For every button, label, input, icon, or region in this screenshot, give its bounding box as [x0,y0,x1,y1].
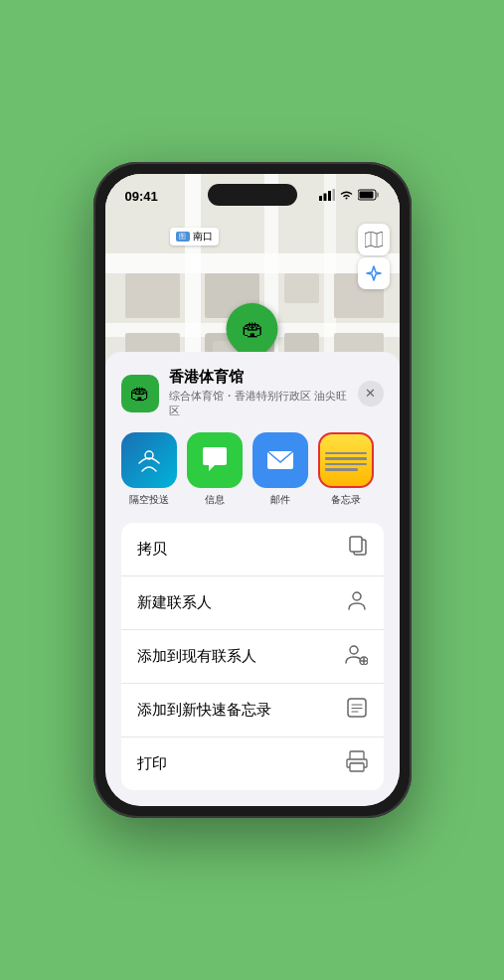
svg-rect-5 [359,192,373,199]
action-print-label: 打印 [137,754,167,773]
venue-name: 香港体育馆 [169,368,358,387]
phone-frame: 09:41 [93,162,412,818]
copy-icon [348,536,368,563]
close-button[interactable]: ✕ [358,381,384,407]
status-icons [319,189,380,203]
location-label-text: 南口 [193,230,213,244]
bottom-sheet: 🏟 香港体育馆 综合体育馆・香港特别行政区 油尖旺区 ✕ [105,352,400,806]
phone-screen: 09:41 [105,174,400,806]
svg-rect-40 [350,751,364,759]
svg-rect-2 [328,191,331,201]
venue-info: 香港体育馆 综合体育馆・香港特别行政区 油尖旺区 [169,368,358,418]
action-add-existing[interactable]: 添加到现有联系人 [121,630,384,684]
mail-icon-wrap [252,432,308,488]
new-contact-icon [346,589,368,616]
print-icon [346,750,368,777]
share-item-mail[interactable]: 邮件 [252,432,308,507]
airdrop-label: 隔空投送 [129,493,169,507]
location-label-icon: 图 [176,232,190,242]
messages-label: 信息 [205,493,225,507]
wifi-icon [339,189,354,203]
action-new-contact[interactable]: 新建联系人 [121,576,384,630]
status-time: 09:41 [125,189,158,204]
dynamic-island [208,184,297,206]
svg-point-31 [353,592,361,600]
add-existing-icon [344,643,368,670]
share-item-messages[interactable]: 信息 [187,432,243,507]
action-add-notes-label: 添加到新快速备忘录 [137,701,271,720]
svg-rect-0 [319,196,322,201]
svg-rect-16 [284,273,319,303]
svg-rect-8 [105,253,400,273]
share-item-notes[interactable]: 备忘录 [318,432,374,507]
venue-sub: 综合体育馆・香港特别行政区 油尖旺区 [169,389,358,418]
action-add-notes[interactable]: 添加到新快速备忘录 [121,684,384,737]
map-type-button[interactable] [358,224,390,255]
battery-icon [358,189,380,203]
venue-icon: 🏟 [121,375,159,412]
location-label: 图 南口 [170,228,219,245]
location-button[interactable] [358,257,390,289]
mail-label: 邮件 [270,493,290,507]
messages-icon-wrap [187,432,243,488]
action-list: 拷贝 新建联系人 [121,523,384,790]
share-item-airdrop[interactable]: 隔空投送 [121,432,177,507]
action-add-existing-label: 添加到现有联系人 [137,647,256,666]
svg-rect-30 [350,537,362,552]
notes-label: 备忘录 [331,493,361,507]
map-controls [358,224,390,289]
notes-icon-wrap [318,432,374,488]
svg-rect-1 [323,194,326,202]
action-new-contact-label: 新建联系人 [137,593,212,612]
airdrop-icon-wrap [121,432,177,488]
location-icon-text: 图 [179,232,186,242]
svg-rect-14 [125,273,180,318]
add-notes-icon [346,697,368,724]
marker-emoji: 🏟 [242,316,263,342]
action-copy[interactable]: 拷贝 [121,523,384,576]
svg-rect-6 [377,193,379,198]
svg-rect-3 [332,189,335,201]
share-row: 隔空投送 信息 [121,432,384,507]
signal-icon [319,189,335,203]
svg-rect-41 [350,763,364,771]
action-print[interactable]: 打印 [121,737,384,790]
sheet-header: 🏟 香港体育馆 综合体育馆・香港特别行政区 油尖旺区 ✕ [121,368,384,418]
svg-point-32 [350,646,358,654]
action-copy-label: 拷贝 [137,540,167,559]
